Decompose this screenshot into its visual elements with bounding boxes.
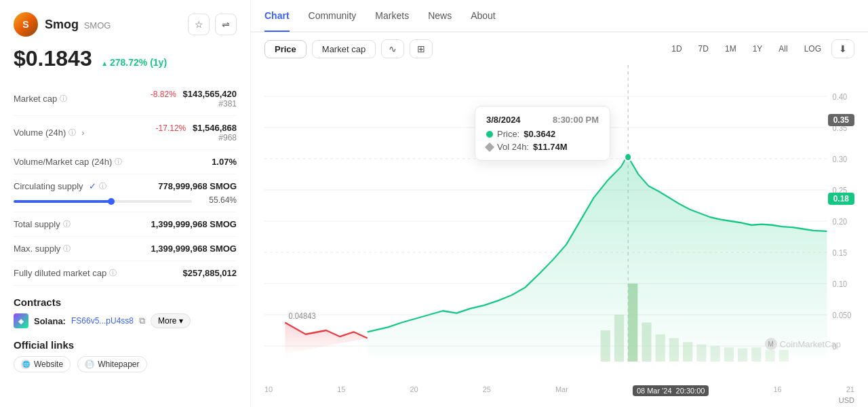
hover-price-label: 0.35 (828, 114, 854, 126)
svg-point-24 (625, 153, 631, 161)
market-cap-row: Market cap ⓘ -8.82% $143,565,420 #381 (14, 82, 237, 116)
more-contracts-button[interactable]: More ▾ (151, 313, 191, 328)
tooltip-date: 3/8/2024 (486, 115, 521, 125)
right-panel: Chart Community Markets News About Price… (251, 0, 868, 407)
volume-rank: #968 (156, 133, 237, 142)
tooltip-vol-row: Vol 24h: $11.74M (486, 142, 599, 152)
tab-markets[interactable]: Markets (375, 1, 409, 32)
website-link[interactable]: 🌐 Website (14, 356, 71, 372)
tooltip-vol-value: $11.74M (533, 142, 568, 152)
main-price: $0.1843 (14, 46, 92, 71)
circ-supply-fill (14, 200, 113, 203)
vol-mktcap-label: Volume/Market cap (24h) ⓘ (14, 157, 122, 167)
svg-text:0.30: 0.30 (833, 154, 848, 164)
tooltip-datetime: 3/8/2024 8:30:00 PM (486, 115, 599, 125)
time-log-button[interactable]: LOG (798, 41, 827, 57)
tooltip-price-value: $0.3642 (524, 129, 555, 139)
x-label-mar: Mar (555, 385, 568, 396)
x-label-16: 16 (773, 385, 781, 396)
coin-header: S Smog SMOG ☆ ⇌ (14, 12, 237, 37)
market-cap-change: -8.82% (151, 90, 176, 99)
x-label-20: 20 (410, 385, 418, 396)
contract-row: ◈ Solana: FS66v5...pU4ss8 ⧉ More ▾ (14, 313, 237, 328)
chart-area: 0.04843 0.40 0.35 0.30 0.25 0.20 0.15 0.… (251, 65, 868, 384)
fdmc-label: Fully diluted market cap ⓘ (14, 268, 117, 278)
fdmc-value: $257,885,012 (182, 268, 237, 278)
coin-name: Smog (45, 18, 79, 31)
market-cap-value-section: -8.82% $143,565,420 #381 (151, 89, 237, 109)
verified-icon: ✓ (89, 181, 96, 191)
fdmc-row: Fully diluted market cap ⓘ $257,885,012 (14, 261, 237, 286)
coin-avatar: S (14, 12, 38, 37)
whitepaper-link[interactable]: 📄 Whitepaper (77, 356, 146, 372)
volume-expand-icon[interactable]: › (81, 128, 84, 138)
contract-address[interactable]: FS66v5...pU4ss8 (71, 316, 134, 326)
x-label-highlight: 08 Mar '24 20:30:00 (633, 385, 709, 396)
currency-label: USD (251, 396, 868, 407)
links-section: Official links 🌐 Website 📄 Whitepaper (14, 339, 237, 372)
tooltip-price-label: Price: (497, 129, 519, 139)
market-cap-rank: #381 (151, 99, 237, 109)
line-chart-button[interactable]: ∿ (381, 39, 404, 58)
market-cap-label: Market cap ⓘ (14, 94, 67, 104)
vol-mktcap-info-icon[interactable]: ⓘ (115, 157, 122, 167)
coinmarketcap-logo: M (765, 338, 777, 350)
contracts-section: Contracts ◈ Solana: FS66v5...pU4ss8 ⧉ Mo… (14, 296, 237, 328)
chart-tooltip: 3/8/2024 8:30:00 PM Price: $0.3642 Vol 2… (475, 106, 610, 161)
time-1y-button[interactable]: 1Y (747, 41, 769, 57)
share-button[interactable]: ⇌ (215, 14, 237, 35)
circ-supply-value: 778,999,968 SMOG (158, 181, 237, 191)
toolbar-left: Price Market cap ∿ ⊞ (264, 39, 433, 58)
tab-about[interactable]: About (471, 1, 496, 32)
svg-text:0.40: 0.40 (833, 92, 848, 102)
chain-label: Solana: (34, 316, 66, 326)
x-label-25: 25 (483, 385, 491, 396)
circ-supply-bar (14, 200, 192, 203)
tab-chart[interactable]: Chart (264, 1, 290, 32)
download-button[interactable]: ⬇ (831, 39, 854, 58)
svg-text:0.20: 0.20 (833, 216, 848, 227)
total-supply-label: Total supply ⓘ (14, 219, 71, 229)
total-supply-row: Total supply ⓘ 1,399,999,968 SMOG (14, 212, 237, 237)
svg-text:0.15: 0.15 (833, 248, 848, 258)
chevron-down-icon: ▾ (179, 316, 183, 326)
header-actions: ☆ ⇌ (188, 14, 237, 35)
time-1m-button[interactable]: 1M (719, 41, 743, 57)
max-supply-value: 1,399,999,968 SMOG (151, 244, 237, 254)
volume-label: Volume (24h) ⓘ › (14, 128, 85, 138)
price-section: $0.1843 278.72% (1y) (14, 46, 237, 71)
time-all-button[interactable]: All (772, 41, 793, 57)
coin-ticker: SMOG (84, 20, 111, 31)
vol-mktcap-row: Volume/Market cap (24h) ⓘ 1.07% (14, 150, 237, 174)
coin-identity: S Smog SMOG (14, 12, 111, 37)
svg-text:0.050: 0.050 (833, 310, 852, 320)
volume-value-section: -17.12% $1,546,868 #968 (156, 123, 237, 142)
website-icon: 🌐 (21, 360, 31, 369)
volume-info-icon[interactable]: ⓘ (68, 128, 76, 138)
tab-news[interactable]: News (428, 1, 452, 32)
tab-community[interactable]: Community (309, 1, 357, 32)
stats-section: Market cap ⓘ -8.82% $143,565,420 #381 Vo… (14, 82, 237, 286)
circ-supply-pct: 55.64% (209, 195, 237, 205)
max-supply-info-icon[interactable]: ⓘ (63, 244, 71, 254)
total-supply-info-icon[interactable]: ⓘ (63, 219, 71, 229)
fdmc-info-icon[interactable]: ⓘ (109, 268, 117, 278)
toolbar-right: 1D 7D 1M 1Y All LOG ⬇ (665, 39, 854, 58)
vol-mktcap-value: 1.07% (212, 157, 237, 167)
circ-supply-info-icon[interactable]: ⓘ (99, 181, 106, 191)
tooltip-price-dot (486, 131, 493, 138)
market-cap-info-icon[interactable]: ⓘ (60, 94, 67, 104)
current-price-label: 0.18 (828, 193, 854, 205)
circ-supply-row: Circulating supply ✓ ⓘ 778,999,968 SMOG … (14, 174, 237, 212)
time-1d-button[interactable]: 1D (665, 41, 688, 57)
tab-bar: Chart Community Markets News About (251, 0, 868, 33)
copy-address-button[interactable]: ⧉ (139, 315, 145, 326)
watchlist-button[interactable]: ☆ (188, 14, 210, 35)
chart-watermark: M CoinMarketCap (765, 338, 841, 350)
time-7d-button[interactable]: 7D (692, 41, 715, 57)
market-cap-value: $143,565,420 (182, 89, 237, 99)
price-filter-button[interactable]: Price (264, 40, 307, 58)
x-label-15: 15 (337, 385, 345, 396)
market-cap-filter-button[interactable]: Market cap (312, 40, 376, 58)
candle-chart-button[interactable]: ⊞ (410, 39, 433, 58)
